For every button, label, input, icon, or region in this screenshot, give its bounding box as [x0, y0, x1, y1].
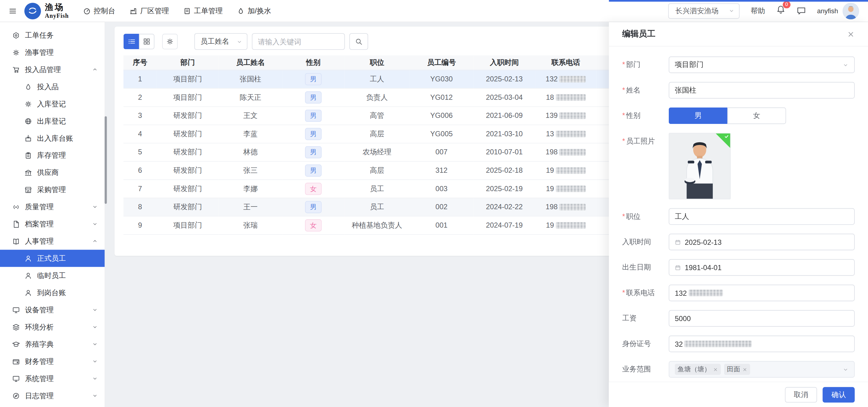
gear-icon — [12, 49, 20, 56]
farm-select[interactable]: 长兴泗安渔场 — [668, 3, 740, 19]
sidebar-item-outbound-registration[interactable]: 出库登记 — [0, 113, 104, 130]
phone-label: *联系电话 — [622, 285, 669, 301]
chevron-down-icon — [92, 358, 98, 364]
redacted-phone — [559, 113, 586, 119]
messages-button[interactable] — [797, 6, 806, 15]
chevron-down-icon — [843, 366, 849, 372]
nav-item-work-order-management[interactable]: 工单管理 — [183, 6, 222, 16]
compass-icon — [12, 392, 20, 400]
user-menu[interactable]: anyfish — [817, 2, 859, 19]
search-button[interactable] — [349, 33, 368, 50]
cell-hire_date: 2024-02-22 — [473, 198, 535, 216]
close-icon[interactable] — [847, 30, 855, 38]
cell-position: 高管 — [344, 106, 410, 125]
column-settings-button[interactable] — [162, 34, 178, 49]
sidebar-item-in-out-ledger[interactable]: 出入库台账 — [0, 130, 104, 147]
phone-input[interactable]: 132 — [669, 285, 855, 301]
menu-toggle-icon[interactable] — [9, 7, 17, 15]
cell-hire_date: 2010-07-01 — [473, 143, 535, 161]
gauge-icon — [83, 7, 91, 15]
scope-tag[interactable]: 田面 — [724, 364, 750, 375]
gender-male-button[interactable]: 男 — [669, 107, 727, 124]
chevron-down-icon — [728, 8, 735, 14]
sidebar-item-fishery-management[interactable]: 渔事管理 — [0, 44, 104, 61]
droplet-icon — [24, 83, 32, 91]
sidebar-item-inbound-registration[interactable]: 入库登记 — [0, 95, 104, 113]
cell-phone: 19 — [535, 161, 596, 179]
sidebar-item-label: 工单任务 — [25, 30, 54, 40]
id-number-input[interactable]: 32 — [669, 336, 855, 352]
help-link[interactable]: 帮助 — [751, 6, 765, 16]
cancel-button[interactable]: 取消 — [785, 387, 817, 402]
birth-date-input[interactable]: 1981-04-01 — [669, 259, 855, 276]
sidebar-item-input-goods-management[interactable]: 投入品管理 — [0, 61, 104, 78]
sidebar-item-work-order-task[interactable]: 工单任务 — [0, 27, 104, 44]
employee-photo[interactable] — [669, 133, 731, 199]
cell-index: 1 — [124, 70, 157, 88]
gender-tag: 男 — [305, 91, 321, 103]
wallet-icon — [12, 357, 20, 366]
sidebar-item-log-management[interactable]: 日志管理 — [0, 387, 104, 404]
nav-item-factory-management[interactable]: 厂区管理 — [130, 6, 169, 16]
name-input[interactable] — [669, 82, 855, 99]
list-view-button[interactable] — [124, 34, 139, 49]
close-icon[interactable] — [713, 367, 718, 372]
cell-code: YG005 — [410, 125, 473, 143]
sidebar-item-archive-management[interactable]: 档案管理 — [0, 215, 104, 232]
scope-select[interactable]: 鱼塘（塘） 田面 — [669, 361, 855, 378]
cell-index: 4 — [124, 125, 157, 143]
nav-item-console[interactable]: 控制台 — [83, 6, 116, 16]
cell-hire_date: 2021-03-10 — [473, 125, 535, 143]
sidebar-item-input-goods[interactable]: 投入品 — [0, 78, 104, 95]
sidebar-item-attendance-ledger[interactable]: 到岗台账 — [0, 284, 104, 301]
chevron-down-icon — [92, 204, 98, 210]
sidebar-item-temporary-employees[interactable]: 临时员工 — [0, 267, 104, 284]
cell-dept: 研发部门 — [157, 143, 219, 161]
cell-phone: 18 — [535, 88, 596, 106]
sidebar-item-system-management[interactable]: 系统管理 — [0, 370, 104, 387]
notifications-button[interactable]: 0 — [776, 5, 785, 17]
form-field-scope: 业务范围 鱼塘（塘） 田面 — [622, 361, 855, 378]
scope-tag[interactable]: 鱼塘（塘） — [675, 364, 721, 375]
sidebar-item-purchase-management[interactable]: 采购管理 — [0, 181, 104, 198]
column-header-name: 员工姓名 — [219, 56, 282, 70]
close-icon[interactable] — [742, 367, 747, 372]
cell-gender: 男 — [282, 106, 344, 125]
sidebar-item-inventory-management[interactable]: 库存管理 — [0, 147, 104, 164]
sidebar-item-device-management[interactable]: 设备管理 — [0, 301, 104, 318]
cell-code: 312 — [410, 161, 473, 179]
nut-icon — [12, 31, 20, 39]
form-field-birth-date: 出生日期 1981-04-01 — [622, 259, 855, 276]
sidebar-item-label: 采购管理 — [37, 185, 66, 195]
hire-date-input[interactable]: 2025-02-13 — [669, 233, 855, 250]
nav-item-add-change-water[interactable]: 加/换水 — [237, 6, 271, 16]
cell-gender: 男 — [282, 161, 344, 179]
gender-female-button[interactable]: 女 — [727, 107, 786, 124]
grid-view-button[interactable] — [139, 34, 154, 49]
confirm-button[interactable]: 确认 — [823, 387, 855, 402]
filter-field-value: 员工姓名 — [200, 36, 229, 46]
sidebar-scrollbar[interactable] — [104, 116, 107, 204]
sidebar-item-supplier[interactable]: 供应商 — [0, 164, 104, 181]
sidebar-item-quality-management[interactable]: 质量管理 — [0, 198, 104, 216]
sidebar-item-finance-management[interactable]: 财务管理 — [0, 353, 104, 370]
redacted-phone — [559, 76, 586, 83]
gender-tag: 男 — [305, 128, 321, 139]
position-input[interactable] — [669, 208, 855, 225]
cell-dept: 研发部门 — [157, 198, 219, 216]
cell-name: 张三 — [219, 161, 282, 179]
salary-input[interactable] — [669, 310, 855, 327]
dept-select[interactable]: 项目部门 — [669, 56, 855, 73]
chevron-down-icon — [843, 62, 849, 68]
sidebar-item-formal-employees[interactable]: 正式员工 — [0, 250, 104, 267]
sidebar-item-breeding-dictionary[interactable]: 养殖字典 — [0, 336, 104, 353]
sidebar-item-label: 出入库台账 — [37, 133, 73, 143]
chevron-down-icon — [92, 341, 98, 347]
gender-toggle: 男 女 — [669, 107, 786, 124]
search-input[interactable] — [252, 33, 345, 50]
sidebar-item-environment-analysis[interactable]: 环境分析 — [0, 318, 104, 336]
sidebar-item-hr-management[interactable]: 人事管理 — [0, 232, 104, 250]
birth-date-label: 出生日期 — [622, 259, 669, 276]
filter-field-select[interactable]: 员工姓名 — [194, 33, 247, 50]
book-icon — [12, 237, 20, 245]
